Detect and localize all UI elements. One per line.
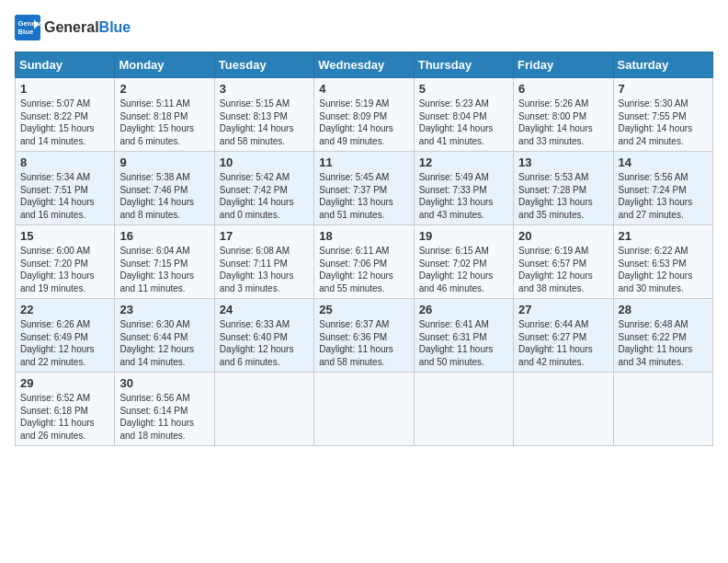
day-number: 23	[119, 303, 209, 316]
weekday-header-wednesday: Wednesday	[314, 52, 414, 78]
calendar-cell: 28 Sunrise: 6:48 AM Sunset: 6:22 PM Dayl…	[613, 299, 712, 373]
calendar-cell: 2 Sunrise: 5:11 AM Sunset: 8:18 PM Dayli…	[115, 78, 214, 152]
calendar-cell: 22 Sunrise: 6:26 AM Sunset: 6:49 PM Dayl…	[16, 299, 115, 373]
calendar-cell: 5 Sunrise: 5:23 AM Sunset: 8:04 PM Dayli…	[414, 78, 513, 152]
day-number: 30	[119, 376, 209, 390]
day-number: 27	[518, 303, 608, 316]
day-number: 9	[119, 155, 209, 169]
logo-text: GeneralBlue	[44, 18, 131, 36]
day-info: Sunrise: 6:48 AM Sunset: 6:22 PM Dayligh…	[619, 318, 708, 368]
calendar-cell	[414, 373, 513, 446]
day-number: 5	[419, 82, 508, 96]
day-info: Sunrise: 5:23 AM Sunset: 8:04 PM Dayligh…	[419, 98, 508, 147]
calendar-cell: 26 Sunrise: 6:41 AM Sunset: 6:31 PM Dayl…	[414, 299, 513, 373]
calendar-cell: 19 Sunrise: 6:15 AM Sunset: 7:02 PM Dayl…	[414, 225, 513, 299]
day-info: Sunrise: 6:41 AM Sunset: 6:31 PM Dayligh…	[419, 318, 508, 368]
calendar-cell: 15 Sunrise: 6:00 AM Sunset: 7:20 PM Dayl…	[16, 225, 115, 299]
day-number: 16	[119, 229, 209, 243]
day-info: Sunrise: 6:22 AM Sunset: 6:53 PM Dayligh…	[619, 245, 708, 294]
day-number: 19	[419, 229, 508, 243]
calendar-cell: 4 Sunrise: 5:19 AM Sunset: 8:09 PM Dayli…	[314, 78, 414, 152]
weekday-header-monday: Monday	[115, 52, 214, 78]
day-number: 21	[619, 229, 708, 243]
day-info: Sunrise: 5:49 AM Sunset: 7:33 PM Dayligh…	[419, 171, 508, 221]
day-info: Sunrise: 6:44 AM Sunset: 6:27 PM Dayligh…	[518, 318, 608, 368]
day-number: 12	[419, 155, 508, 169]
calendar-cell: 12 Sunrise: 5:49 AM Sunset: 7:33 PM Dayl…	[414, 152, 513, 225]
day-number: 8	[20, 155, 109, 169]
weekday-header-thursday: Thursday	[414, 52, 513, 78]
day-info: Sunrise: 5:07 AM Sunset: 8:22 PM Dayligh…	[20, 98, 109, 147]
calendar-cell: 21 Sunrise: 6:22 AM Sunset: 6:53 PM Dayl…	[613, 225, 712, 299]
day-info: Sunrise: 6:56 AM Sunset: 6:14 PM Dayligh…	[119, 392, 209, 442]
calendar-cell: 25 Sunrise: 6:37 AM Sunset: 6:36 PM Dayl…	[314, 299, 414, 373]
day-number: 26	[419, 303, 508, 316]
day-number: 28	[619, 303, 708, 316]
calendar-cell: 10 Sunrise: 5:42 AM Sunset: 7:42 PM Dayl…	[214, 152, 313, 225]
day-number: 15	[20, 229, 109, 243]
day-info: Sunrise: 6:08 AM Sunset: 7:11 PM Dayligh…	[220, 245, 309, 294]
calendar-table: SundayMondayTuesdayWednesdayThursdayFrid…	[15, 52, 713, 446]
day-info: Sunrise: 5:42 AM Sunset: 7:42 PM Dayligh…	[220, 171, 309, 221]
calendar-cell: 6 Sunrise: 5:26 AM Sunset: 8:00 PM Dayli…	[514, 78, 613, 152]
day-number: 1	[20, 82, 109, 96]
calendar-cell	[514, 373, 613, 446]
day-info: Sunrise: 6:30 AM Sunset: 6:44 PM Dayligh…	[119, 318, 209, 368]
day-number: 13	[518, 155, 608, 169]
calendar-cell: 29 Sunrise: 6:52 AM Sunset: 6:18 PM Dayl…	[16, 373, 115, 446]
day-number: 24	[220, 303, 309, 316]
day-number: 22	[20, 303, 109, 316]
day-info: Sunrise: 5:45 AM Sunset: 7:37 PM Dayligh…	[319, 171, 408, 221]
calendar-cell: 27 Sunrise: 6:44 AM Sunset: 6:27 PM Dayl…	[514, 299, 613, 373]
day-number: 4	[319, 82, 408, 96]
day-info: Sunrise: 5:19 AM Sunset: 8:09 PM Dayligh…	[319, 98, 408, 147]
calendar-cell: 23 Sunrise: 6:30 AM Sunset: 6:44 PM Dayl…	[115, 299, 214, 373]
calendar-cell: 24 Sunrise: 6:33 AM Sunset: 6:40 PM Dayl…	[214, 299, 313, 373]
day-number: 18	[319, 229, 408, 243]
day-info: Sunrise: 5:11 AM Sunset: 8:18 PM Dayligh…	[119, 98, 209, 147]
day-info: Sunrise: 6:52 AM Sunset: 6:18 PM Dayligh…	[20, 392, 109, 442]
day-number: 29	[20, 376, 109, 390]
calendar-cell: 17 Sunrise: 6:08 AM Sunset: 7:11 PM Dayl…	[214, 225, 313, 299]
day-number: 3	[220, 82, 309, 96]
calendar-cell: 18 Sunrise: 6:11 AM Sunset: 7:06 PM Dayl…	[314, 225, 414, 299]
calendar-cell: 20 Sunrise: 6:19 AM Sunset: 6:57 PM Dayl…	[514, 225, 613, 299]
logo-icon: General Blue	[15, 15, 40, 40]
day-number: 2	[119, 82, 209, 96]
day-info: Sunrise: 5:38 AM Sunset: 7:46 PM Dayligh…	[119, 171, 209, 221]
day-info: Sunrise: 6:33 AM Sunset: 6:40 PM Dayligh…	[220, 318, 309, 368]
day-info: Sunrise: 5:53 AM Sunset: 7:28 PM Dayligh…	[518, 171, 608, 221]
day-number: 11	[319, 155, 408, 169]
day-number: 10	[220, 155, 309, 169]
calendar-cell: 16 Sunrise: 6:04 AM Sunset: 7:15 PM Dayl…	[115, 225, 214, 299]
weekday-header-saturday: Saturday	[613, 52, 712, 78]
page-header: General Blue GeneralBlue	[15, 15, 713, 40]
day-info: Sunrise: 5:15 AM Sunset: 8:13 PM Dayligh…	[220, 98, 309, 147]
logo: General Blue GeneralBlue	[15, 15, 131, 40]
calendar-cell: 9 Sunrise: 5:38 AM Sunset: 7:46 PM Dayli…	[115, 152, 214, 225]
calendar-cell: 8 Sunrise: 5:34 AM Sunset: 7:51 PM Dayli…	[16, 152, 115, 225]
day-number: 6	[518, 82, 608, 96]
calendar-cell: 3 Sunrise: 5:15 AM Sunset: 8:13 PM Dayli…	[214, 78, 313, 152]
calendar-cell: 13 Sunrise: 5:53 AM Sunset: 7:28 PM Dayl…	[514, 152, 613, 225]
day-info: Sunrise: 5:34 AM Sunset: 7:51 PM Dayligh…	[20, 171, 109, 221]
day-number: 17	[220, 229, 309, 243]
weekday-header-sunday: Sunday	[16, 52, 115, 78]
day-info: Sunrise: 5:56 AM Sunset: 7:24 PM Dayligh…	[619, 171, 708, 221]
day-number: 20	[518, 229, 608, 243]
day-info: Sunrise: 6:00 AM Sunset: 7:20 PM Dayligh…	[20, 245, 109, 294]
day-info: Sunrise: 6:04 AM Sunset: 7:15 PM Dayligh…	[119, 245, 209, 294]
day-number: 14	[619, 155, 708, 169]
day-number: 7	[619, 82, 708, 96]
day-info: Sunrise: 6:19 AM Sunset: 6:57 PM Dayligh…	[518, 245, 608, 294]
weekday-header-friday: Friday	[514, 52, 613, 78]
calendar-cell	[314, 373, 414, 446]
calendar-cell: 1 Sunrise: 5:07 AM Sunset: 8:22 PM Dayli…	[16, 78, 115, 152]
calendar-cell	[613, 373, 712, 446]
day-info: Sunrise: 6:26 AM Sunset: 6:49 PM Dayligh…	[20, 318, 109, 368]
calendar-cell: 11 Sunrise: 5:45 AM Sunset: 7:37 PM Dayl…	[314, 152, 414, 225]
day-info: Sunrise: 5:26 AM Sunset: 8:00 PM Dayligh…	[518, 98, 608, 147]
svg-text:Blue: Blue	[18, 28, 34, 36]
day-info: Sunrise: 6:11 AM Sunset: 7:06 PM Dayligh…	[319, 245, 408, 294]
calendar-cell: 7 Sunrise: 5:30 AM Sunset: 7:55 PM Dayli…	[613, 78, 712, 152]
